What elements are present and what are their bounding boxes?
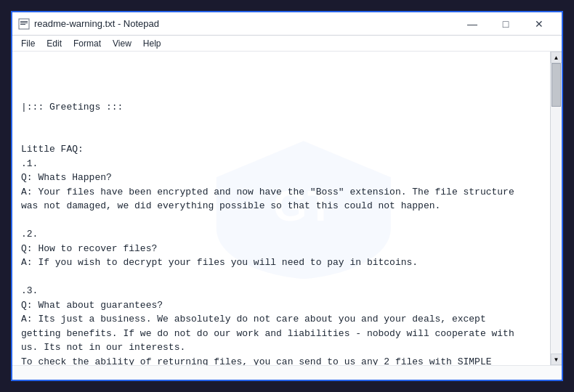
window-icon <box>18 18 30 30</box>
status-bar <box>12 365 562 380</box>
menu-format[interactable]: Format <box>68 37 107 50</box>
menu-view[interactable]: View <box>107 37 137 50</box>
menu-bar: File Edit Format View Help <box>12 36 562 52</box>
minimize-button[interactable]: — <box>456 12 489 36</box>
scroll-down-button[interactable]: ▼ <box>551 354 562 365</box>
content-area: GT |::: Greetings ::: Little FAQ: .1. Q:… <box>12 52 562 365</box>
window-title: readme-warning.txt - Notepad <box>34 18 456 29</box>
maximize-button[interactable]: □ <box>489 12 522 36</box>
svg-rect-2 <box>20 23 28 23</box>
close-button[interactable]: ✕ <box>522 12 556 36</box>
menu-help[interactable]: Help <box>137 37 167 50</box>
notepad-window: readme-warning.txt - Notepad — □ ✕ File … <box>11 11 563 381</box>
menu-file[interactable]: File <box>15 37 41 50</box>
title-bar: readme-warning.txt - Notepad — □ ✕ <box>12 12 562 36</box>
text-editor[interactable]: GT |::: Greetings ::: Little FAQ: .1. Q:… <box>12 52 550 365</box>
window-controls: — □ ✕ <box>456 12 556 36</box>
text-body: |::: Greetings ::: Little FAQ: .1. Q: Wh… <box>21 100 541 366</box>
menu-edit[interactable]: Edit <box>41 37 68 50</box>
scroll-up-button[interactable]: ▲ <box>551 52 562 63</box>
svg-rect-1 <box>20 21 28 22</box>
svg-rect-3 <box>20 24 25 25</box>
scrollbar-thumb[interactable] <box>551 63 561 107</box>
scrollbar[interactable]: ▲ ▼ <box>550 52 562 365</box>
scrollbar-track[interactable] <box>551 63 562 354</box>
